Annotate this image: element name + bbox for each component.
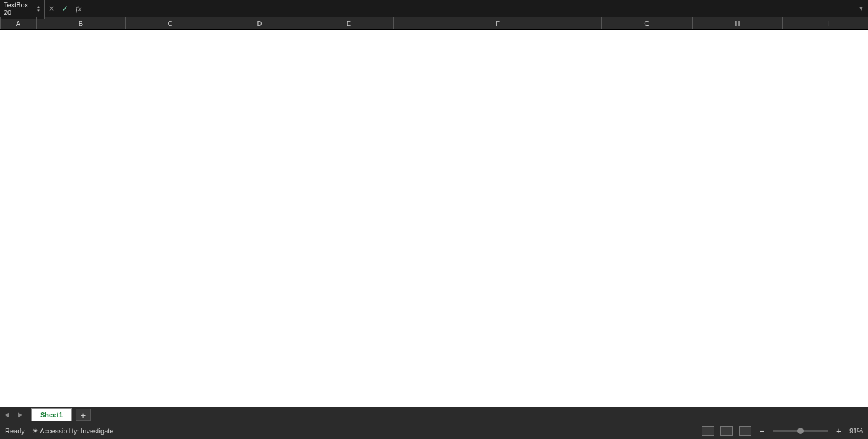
fx-label[interactable]: fx (72, 4, 85, 14)
column-header[interactable]: E (304, 17, 394, 29)
next-sheet-icon[interactable]: ▶ (14, 408, 27, 422)
column-header[interactable]: A (1, 17, 37, 29)
formula-bar: TextBox 20 ▲▼ ✕ ✓ fx ▼ (0, 0, 868, 17)
zoom-thumb[interactable] (797, 428, 804, 434)
view-normal-icon[interactable] (702, 426, 714, 436)
zoom-level[interactable]: 91% (849, 427, 863, 435)
prev-sheet-icon[interactable]: ◀ (0, 408, 14, 422)
column-header[interactable]: I (783, 17, 868, 29)
name-box[interactable]: TextBox 20 ▲▼ (0, 0, 45, 19)
cancel-button[interactable]: ✕ (45, 4, 58, 13)
add-sheet-button[interactable]: + (76, 409, 91, 421)
accessibility-icon: ✴ (32, 427, 38, 435)
column-header[interactable]: C (126, 17, 215, 29)
column-header[interactable]: D (215, 17, 304, 29)
zoom-out-button[interactable]: − (758, 426, 766, 436)
name-box-stepper[interactable]: ▲▼ (37, 5, 40, 12)
column-header[interactable]: H (693, 17, 783, 29)
sheet-tab-bar: ◀ ▶ Sheet1 + (0, 407, 868, 422)
formula-input[interactable] (85, 1, 857, 17)
sheet-tab-active[interactable]: Sheet1 (31, 408, 72, 421)
column-headers: ABCDEFGHI (0, 17, 868, 30)
zoom-in-button[interactable]: + (835, 426, 843, 436)
view-page-break-icon[interactable] (739, 426, 751, 436)
column-header[interactable]: B (37, 17, 126, 29)
name-box-value: TextBox 20 (4, 1, 37, 16)
column-header[interactable]: F (394, 17, 602, 29)
zoom-slider[interactable] (773, 430, 828, 432)
status-bar: Ready ✴ Accessibility: Investigate − + 9… (0, 422, 868, 439)
formula-expand-icon[interactable]: ▼ (857, 5, 868, 12)
accessibility-status[interactable]: ✴ Accessibility: Investigate (32, 427, 114, 435)
grid[interactable] (0, 30, 868, 408)
view-page-layout-icon[interactable] (720, 426, 733, 436)
confirm-button[interactable]: ✓ (58, 4, 72, 13)
column-header[interactable]: G (602, 17, 693, 29)
status-ready: Ready (5, 427, 25, 435)
